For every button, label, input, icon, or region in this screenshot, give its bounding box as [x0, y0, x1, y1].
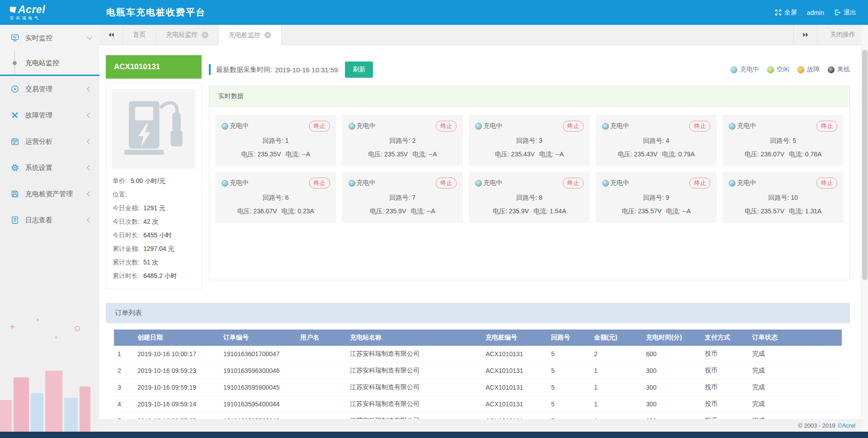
voltage-value: 235.35V: [384, 151, 408, 158]
circuit-status: 充电中: [357, 122, 376, 130]
current-label: 电流:: [539, 151, 554, 158]
stop-button[interactable]: 终止: [816, 178, 837, 188]
charging-dot-icon: [602, 180, 609, 187]
tab-pile-monitor[interactable]: 充电桩监控 ×: [219, 25, 282, 45]
tabs-scroll-right-button[interactable]: [793, 25, 817, 45]
legend-charging: 充电中: [731, 66, 759, 74]
tree-dot-icon: [13, 61, 17, 65]
current-label: 电流:: [662, 151, 676, 158]
cell-amount: 2: [590, 346, 642, 363]
circuit-card-8: 充电中 终止 回路号: 8 电压: 235.9V电流: 1.54A: [469, 172, 590, 223]
circuit-no-value: 4: [666, 137, 670, 144]
chevron-left-icon: [87, 113, 92, 118]
circuit-no-label: 回路号:: [516, 194, 537, 201]
stop-button[interactable]: 终止: [689, 121, 710, 132]
current-value: 0.23A: [297, 207, 314, 215]
cell-create-date: 2019-10-16 10:00:17: [134, 346, 220, 363]
svg-text:¥: ¥: [14, 86, 16, 91]
sidebar-item-logs[interactable]: 日志查看: [0, 207, 99, 233]
acrel-logo-mark-icon: [10, 7, 16, 13]
col-header-circuit-no: 回路号: [547, 330, 590, 346]
cell-index: 1: [114, 346, 134, 363]
tab-label: 充电站监控: [166, 31, 198, 39]
cell-station-name: 江苏安科瑞制造有限公司: [346, 396, 482, 413]
circuit-card-2: 充电中 终止 回路号: 2 电压: 235.35V电流: --A: [342, 115, 463, 166]
sidebar-item-realtime-monitor[interactable]: 实时监控: [0, 25, 99, 51]
stop-button[interactable]: 终止: [309, 121, 330, 132]
sidebar-subitem-charging-station-monitor[interactable]: 充电站监控: [0, 51, 99, 75]
cell-order-no: 1910163601700047: [220, 346, 297, 363]
stop-button[interactable]: 终止: [563, 178, 584, 188]
cell-pay-method: 投币: [701, 363, 749, 379]
fullscreen-button[interactable]: 全屏: [775, 9, 797, 17]
sidebar-item-label: 运营分析: [25, 137, 52, 146]
refresh-button[interactable]: 刷新: [345, 61, 373, 78]
cell-duration: 300: [642, 413, 701, 419]
table-row[interactable]: 4 2019-10-16 09:59:14 1910163595400044 江…: [114, 396, 842, 413]
cell-index: 5: [114, 413, 134, 419]
circuit-no-value: 9: [666, 194, 670, 201]
page-body: ACX1010131: [99, 45, 868, 419]
charging-dot-icon: [222, 180, 228, 187]
circuit-no-value: 7: [412, 194, 415, 201]
tab-close-icon[interactable]: ×: [202, 32, 208, 38]
fullscreen-icon: [775, 9, 782, 16]
table-row[interactable]: 5 2019-10-16 09:57:35 1910163585500043 江…: [114, 413, 842, 419]
circuit-no-label: 回路号:: [769, 194, 789, 201]
chevron-down-icon: [87, 34, 92, 39]
cell-create-date: 2019-10-16 09:59:23: [134, 363, 220, 379]
table-row[interactable]: 2 2019-10-16 09:59:23 1910163596300046 江…: [114, 363, 842, 379]
cell-pile-no: ACX1010131: [482, 363, 547, 379]
status-legend: 充电中 空闲 故障 离: [731, 66, 850, 74]
save-disk-icon: [11, 190, 19, 198]
cell-order-no: 1910163596300046: [220, 363, 297, 379]
voltage-value: 235.43V: [511, 151, 535, 158]
stop-button[interactable]: 终止: [563, 121, 584, 132]
realtime-panel-title: 实时数据: [209, 86, 849, 107]
tab-station-monitor[interactable]: 充电站监控 ×: [156, 25, 219, 45]
tab-close-icon[interactable]: ×: [264, 32, 271, 38]
tab-home[interactable]: 首页: [123, 25, 156, 45]
circuit-no-value: 5: [793, 137, 796, 144]
scrollbar-thumb[interactable]: [862, 50, 868, 280]
chevron-left-icon: [87, 217, 92, 222]
stat-unit-price: 单价: 5.00 小时/元: [113, 174, 195, 188]
cell-pile-no: ACX1010131: [482, 346, 547, 363]
circuit-status: 充电中: [737, 122, 756, 130]
circuit-card-6: 充电中 终止 回路号: 6 电压: 236.07V电流: 0.23A: [215, 172, 336, 223]
logout-label: 退出: [844, 9, 856, 17]
accent-bar: [209, 64, 211, 75]
stop-button[interactable]: 终止: [309, 178, 330, 188]
sidebar: 实时监控 充电站监控 ¥ 交易管理: [0, 25, 99, 432]
stop-button[interactable]: 终止: [689, 178, 710, 188]
monitor-toolbar: 最新数据采集时间: 2019-10-16 10:31:59 刷新 充电中 空闲: [209, 61, 850, 79]
voltage-label: 电压:: [622, 207, 636, 215]
circuit-no-label: 回路号:: [263, 137, 283, 144]
col-header-create-date: 创建日期: [134, 330, 220, 346]
sidebar-item-settings[interactable]: 系统设置: [0, 155, 99, 181]
cell-duration: 600: [642, 346, 701, 363]
table-row[interactable]: 3 2019-10-16 09:59:19 1910163595900045 江…: [114, 379, 842, 396]
brand-link[interactable]: ©Acrel: [838, 422, 855, 429]
sidebar-item-assets[interactable]: 充电桩资产管理: [0, 181, 99, 207]
sidebar-item-analytics[interactable]: 运营分析: [0, 128, 99, 155]
tab-bar: 首页 充电站监控 × 充电桩监控 × 关闭操作: [99, 25, 868, 45]
user-menu[interactable]: admin: [807, 9, 824, 16]
cell-circuit-no: 5: [547, 413, 590, 419]
sidebar-item-faults[interactable]: 故障管理: [0, 102, 99, 128]
stat-value: 5.00 小时/元: [131, 174, 165, 188]
stop-button[interactable]: 终止: [436, 178, 457, 188]
cell-username: [297, 396, 346, 413]
voltage-value: 235.9V: [509, 207, 529, 215]
stop-button[interactable]: 终止: [816, 121, 837, 132]
tabs-scroll-left-button[interactable]: [99, 25, 123, 45]
logout-button[interactable]: 退出: [834, 9, 856, 17]
stop-button[interactable]: 终止: [436, 121, 457, 132]
table-row[interactable]: 1 2019-10-16 10:00:17 1910163601700047 江…: [114, 346, 842, 363]
stat-label: 累计时长:: [113, 269, 140, 283]
col-header-amount: 金额(元): [590, 330, 642, 346]
current-value: 0.78A: [805, 151, 822, 158]
charging-pile-icon: [112, 89, 196, 169]
cell-create-date: 2019-10-16 09:59:14: [134, 396, 220, 413]
sidebar-item-transactions[interactable]: ¥ 交易管理: [0, 76, 99, 102]
